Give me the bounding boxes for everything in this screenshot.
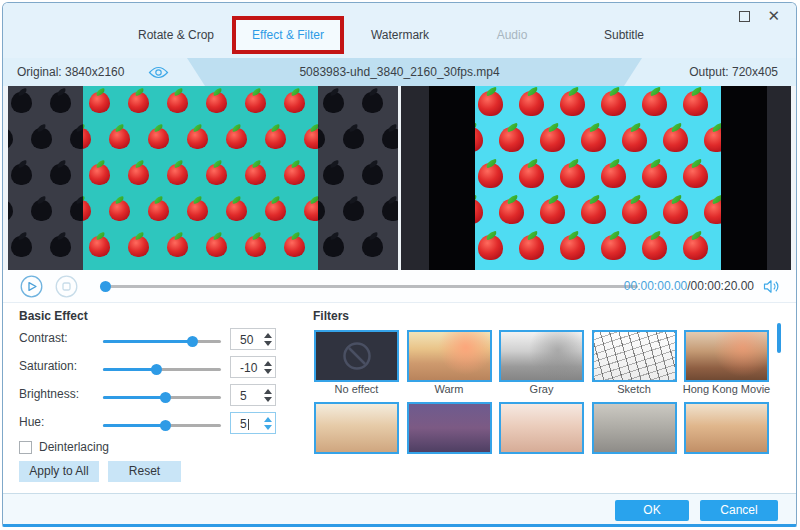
apple-graphic bbox=[362, 164, 383, 185]
apple-graphic bbox=[581, 127, 606, 152]
spin-down-icon[interactable] bbox=[264, 369, 272, 374]
seek-bar[interactable] bbox=[100, 285, 638, 288]
slider-thumb[interactable] bbox=[160, 392, 171, 403]
apple-graphic bbox=[167, 92, 188, 113]
value-text: 5 bbox=[231, 385, 260, 405]
slider-row-brightness: Brightness:5 bbox=[8, 383, 303, 409]
value-text: -10 bbox=[231, 357, 260, 377]
apple-graphic bbox=[601, 235, 626, 260]
value-text: 50 bbox=[231, 329, 260, 349]
window-controls: ✕ bbox=[739, 10, 780, 22]
apple-graphic bbox=[11, 92, 32, 113]
stop-icon[interactable] bbox=[55, 275, 78, 298]
apple-graphic bbox=[475, 199, 483, 224]
value-input[interactable]: -10 bbox=[230, 356, 276, 378]
slider-track[interactable] bbox=[103, 424, 221, 427]
filter-tile-no-effect[interactable] bbox=[314, 330, 399, 382]
slider-track[interactable] bbox=[103, 396, 221, 399]
cancel-button[interactable]: Cancel bbox=[700, 500, 778, 521]
apple-graphic bbox=[8, 128, 13, 149]
apple-graphic bbox=[265, 200, 286, 221]
tab-effect-filter[interactable]: Effect & Filter bbox=[232, 16, 344, 54]
apply-to-all-button[interactable]: Apply to All bbox=[19, 461, 99, 482]
apple-graphic bbox=[560, 235, 585, 260]
original-resolution-label: Original: 3840x2160 bbox=[17, 65, 124, 79]
tab-audio[interactable]: Audio bbox=[456, 16, 568, 54]
maximize-icon[interactable] bbox=[739, 11, 750, 22]
apple-graphic bbox=[704, 199, 722, 224]
deinterlacing-row: Deinterlacing bbox=[19, 440, 109, 454]
apple-graphic bbox=[622, 127, 647, 152]
reset-button[interactable]: Reset bbox=[108, 461, 181, 482]
filter-tile-warm[interactable] bbox=[407, 330, 492, 382]
deinterlacing-checkbox[interactable] bbox=[19, 441, 32, 454]
apple-graphic bbox=[663, 127, 688, 152]
apple-graphic bbox=[622, 199, 647, 224]
seek-thumb[interactable] bbox=[100, 281, 111, 292]
slider-fill bbox=[103, 424, 165, 427]
close-icon[interactable]: ✕ bbox=[767, 10, 780, 22]
apple-graphic bbox=[128, 92, 149, 113]
slider-row-hue: Hue:5 bbox=[8, 411, 303, 437]
spinner-arrows bbox=[260, 357, 275, 377]
tab-subtitle[interactable]: Subtitle bbox=[568, 16, 680, 54]
slider-fill bbox=[103, 396, 165, 399]
apple-graphic bbox=[642, 91, 667, 116]
slider-fill bbox=[103, 368, 156, 371]
filter-tile-r2-3[interactable] bbox=[499, 402, 584, 454]
tab-watermark[interactable]: Watermark bbox=[344, 16, 456, 54]
apple-graphic bbox=[382, 128, 399, 149]
apple-graphic bbox=[245, 164, 266, 185]
spin-up-icon[interactable] bbox=[264, 361, 272, 366]
filters-section: Filters No effectWarmGraySketchHong Kong… bbox=[303, 303, 795, 493]
apple-graphic bbox=[226, 128, 247, 149]
spin-up-icon[interactable] bbox=[264, 333, 272, 338]
filters-scrollbar[interactable] bbox=[777, 323, 781, 353]
ok-button[interactable]: OK bbox=[615, 500, 689, 521]
value-input[interactable]: 5 bbox=[230, 412, 276, 434]
slider-track[interactable] bbox=[103, 368, 221, 371]
tab-rotate-crop[interactable]: Rotate & Crop bbox=[120, 16, 232, 54]
value-input[interactable]: 5 bbox=[230, 384, 276, 406]
apple-graphic bbox=[478, 91, 503, 116]
pillarbox-bar-right bbox=[721, 86, 767, 270]
filter-tile-r2-5[interactable] bbox=[684, 402, 769, 454]
spin-down-icon[interactable] bbox=[264, 341, 272, 346]
filter-tile-sketch[interactable] bbox=[592, 330, 677, 382]
apple-graphic bbox=[304, 128, 319, 149]
filter-tile-gray[interactable] bbox=[499, 330, 584, 382]
apple-graphic bbox=[206, 164, 227, 185]
apple-graphic bbox=[519, 91, 544, 116]
apple-graphic bbox=[323, 236, 344, 257]
spin-down-icon[interactable] bbox=[264, 397, 272, 402]
spin-down-icon[interactable] bbox=[264, 425, 272, 430]
filter-tile-r2-2[interactable] bbox=[407, 402, 492, 454]
spin-up-icon[interactable] bbox=[264, 389, 272, 394]
apple-graphic bbox=[187, 128, 208, 149]
value-input[interactable]: 50 bbox=[230, 328, 276, 350]
apple-graphic bbox=[683, 91, 708, 116]
slider-thumb[interactable] bbox=[160, 420, 171, 431]
apple-graphic bbox=[560, 91, 585, 116]
slider-thumb[interactable] bbox=[187, 336, 198, 347]
slider-label: Hue: bbox=[19, 415, 44, 429]
spin-up-icon[interactable] bbox=[264, 417, 272, 422]
slider-thumb[interactable] bbox=[151, 364, 162, 375]
original-video-panel bbox=[8, 86, 398, 270]
speaker-icon[interactable] bbox=[763, 279, 780, 294]
slider-track[interactable] bbox=[103, 340, 221, 343]
value-text: 5 bbox=[231, 413, 260, 433]
preview-eye-icon[interactable] bbox=[148, 66, 169, 79]
output-resolution-label: Output: 720x405 bbox=[689, 65, 778, 79]
filter-tile-r2-1[interactable] bbox=[314, 402, 399, 454]
apple-graphic bbox=[601, 163, 626, 188]
basic-effect-title: Basic Effect bbox=[19, 309, 88, 323]
apple-graphic bbox=[128, 236, 149, 257]
slider-label: Saturation: bbox=[19, 359, 77, 373]
filter-tile-r2-4[interactable] bbox=[592, 402, 677, 454]
crop-selection-region[interactable] bbox=[83, 86, 318, 270]
filter-tile-hong-kong-movie[interactable] bbox=[684, 330, 769, 382]
apple-graphic bbox=[478, 163, 503, 188]
apple-graphic bbox=[284, 164, 305, 185]
play-icon[interactable] bbox=[20, 275, 43, 298]
